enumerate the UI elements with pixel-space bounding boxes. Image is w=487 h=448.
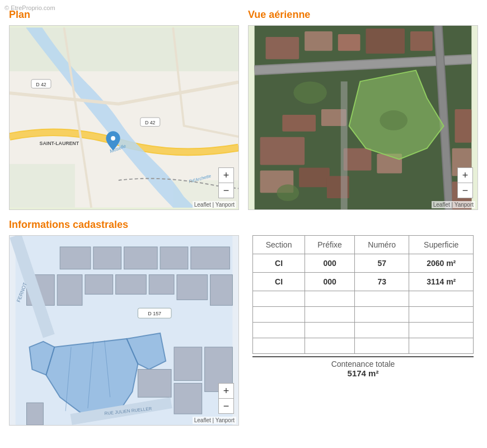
plan-attribution: Leaflet | Yanport (193, 201, 236, 208)
cadastral-table: Section Préfixe Numéro Superficie CI0005… (252, 235, 474, 354)
svg-rect-19 (260, 137, 305, 165)
cadastral-zoom-in[interactable]: + (219, 384, 233, 398)
svg-rect-39 (160, 247, 188, 269)
svg-text:SAINT-LAURENT: SAINT-LAURENT (40, 141, 79, 146)
svg-rect-18 (410, 31, 433, 51)
svg-rect-38 (124, 247, 158, 269)
svg-text:D 42: D 42 (36, 82, 46, 87)
total-label: Contenance totale (252, 360, 474, 368)
svg-rect-34 (341, 81, 348, 209)
table-row (253, 291, 474, 307)
table-row: CI000733114 m² (253, 273, 474, 291)
total-section: Contenance totale 5174 m² (252, 356, 474, 378)
svg-rect-15 (305, 31, 333, 51)
svg-point-33 (277, 184, 299, 201)
table-row (253, 323, 474, 338)
svg-text:D 157: D 157 (148, 311, 161, 316)
svg-point-31 (293, 81, 327, 104)
col-superficie: Superficie (409, 236, 474, 254)
svg-point-12 (111, 136, 115, 141)
aerial-zoom-out[interactable]: − (458, 183, 472, 198)
svg-rect-37 (93, 247, 121, 269)
plan-zoom-in[interactable]: + (219, 168, 233, 183)
svg-rect-14 (266, 37, 299, 59)
svg-rect-43 (85, 275, 113, 295)
svg-rect-42 (57, 275, 82, 306)
plan-map-svg: Moselle Rd'Archette D 42 D 42 SAINT-LAUR… (10, 26, 238, 209)
svg-rect-25 (344, 148, 372, 171)
cadastral-map-section: FERNOT D 157 (9, 235, 239, 426)
svg-rect-16 (338, 34, 360, 51)
svg-rect-56 (174, 383, 202, 414)
cadastral-attribution: Leaflet | Yanport (193, 417, 236, 424)
cadastral-title: Informations cadastrales (9, 219, 478, 231)
svg-rect-36 (60, 247, 91, 269)
plan-zoom-out[interactable]: − (219, 183, 233, 198)
aerial-zoom-in[interactable]: + (458, 168, 472, 183)
svg-rect-21 (299, 167, 330, 187)
total-value: 5174 m² (252, 368, 474, 378)
svg-rect-55 (174, 347, 202, 381)
svg-rect-58 (27, 403, 44, 425)
col-section: Section (253, 236, 305, 254)
svg-rect-2 (10, 164, 75, 208)
svg-rect-17 (366, 29, 405, 54)
cadastral-zoom-out[interactable]: − (219, 399, 233, 413)
table-row (253, 307, 474, 323)
svg-text:D 42: D 42 (145, 120, 156, 125)
aerial-section: Vue aérienne (248, 9, 478, 210)
svg-rect-46 (177, 275, 208, 300)
cadastral-map-container: FERNOT D 157 (9, 235, 239, 426)
cadastral-table-section: Section Préfixe Numéro Superficie CI0005… (248, 235, 478, 426)
svg-rect-40 (191, 247, 230, 269)
aerial-map-container: + − Leaflet | Yanport (248, 25, 478, 210)
svg-rect-47 (210, 275, 233, 306)
aerial-title: Vue aérienne (248, 9, 478, 21)
table-row (253, 338, 474, 354)
svg-rect-45 (149, 275, 174, 295)
plan-map-container: Moselle Rd'Archette D 42 D 42 SAINT-LAUR… (9, 25, 239, 210)
table-row: CI000572060 m² (253, 254, 474, 273)
aerial-zoom-controls: + − (457, 167, 473, 198)
plan-zoom-controls: + − (218, 167, 234, 198)
col-prefixe: Préfixe (305, 236, 355, 254)
svg-rect-28 (282, 115, 316, 132)
plan-section: Plan © EtreProprio.com Moselle Rd'Archet… (9, 9, 239, 210)
svg-rect-54 (138, 370, 171, 398)
aerial-attribution: Leaflet | Yanport (432, 201, 475, 208)
svg-rect-22 (455, 109, 472, 143)
col-numero: Numéro (355, 236, 409, 254)
cadastral-map-svg: FERNOT D 157 (10, 236, 238, 425)
svg-point-32 (380, 110, 408, 130)
watermark: © EtreProprio.com (4, 4, 55, 11)
svg-rect-44 (116, 275, 147, 295)
cadastral-zoom-controls: + − (218, 383, 234, 414)
aerial-map-svg (249, 26, 477, 209)
